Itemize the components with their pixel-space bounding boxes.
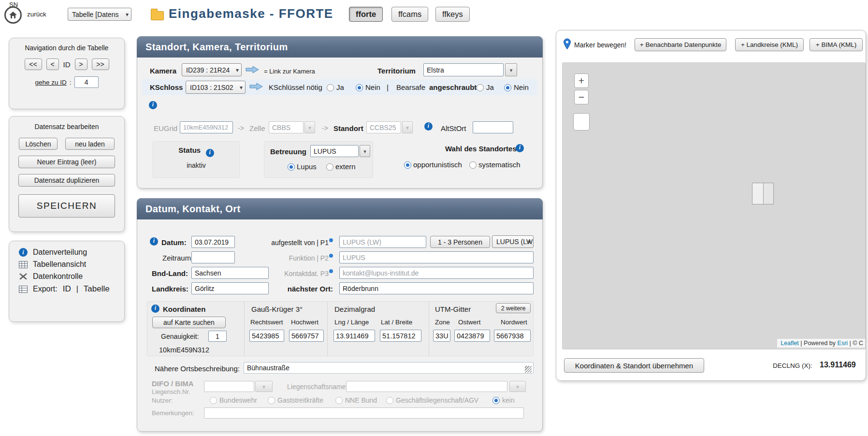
- last-record-button[interactable]: >>: [92, 58, 109, 70]
- liegensch-dropdown-button[interactable]: [255, 381, 273, 392]
- apply-coordinates-button[interactable]: Koordinaten & Standort übernehmen: [564, 358, 704, 373]
- neighbors-button[interactable]: + Benachbarte Datenpunkte: [635, 38, 726, 51]
- first-record-button[interactable]: <<: [25, 58, 42, 70]
- reload-button[interactable]: neu laden: [65, 138, 115, 150]
- altstort-input[interactable]: [473, 121, 513, 133]
- p1-input[interactable]: [339, 236, 426, 248]
- zelle-dropdown-button[interactable]: [304, 121, 315, 133]
- export-table-link[interactable]: Tabelle: [84, 284, 110, 294]
- tab-ffcams[interactable]: ffcams: [391, 7, 428, 22]
- personen-button[interactable]: 1 - 3 Personen: [430, 236, 490, 248]
- territorium-input[interactable]: [423, 63, 504, 76]
- info-icon[interactable]: [516, 144, 524, 152]
- genauigkeit-input[interactable]: [208, 331, 227, 342]
- arrow-text: ->: [238, 124, 244, 132]
- nutzer-bundeswehr-radio[interactable]: [210, 397, 217, 404]
- nutzer-gaststreitkraefte-radio[interactable]: [268, 397, 275, 404]
- bndland-input[interactable]: [191, 267, 269, 279]
- lng-input[interactable]: [333, 330, 375, 342]
- save-button[interactable]: SPEICHERN: [18, 194, 115, 218]
- resize-grip-icon[interactable]: [525, 366, 532, 373]
- info-icon[interactable]: [424, 122, 433, 131]
- utm-block: UTM-Gitter 2 weitere Zone Ostwert Nordwe…: [429, 302, 534, 357]
- goto-id-input[interactable]: [74, 76, 99, 88]
- tab-ffkeys[interactable]: ffkeys: [435, 7, 470, 22]
- lat-input[interactable]: [380, 330, 421, 342]
- zoom-in-button[interactable]: +: [574, 73, 589, 88]
- liegensch-input[interactable]: [204, 381, 254, 392]
- folder-icon: [151, 11, 164, 20]
- nutzer-kein-radio[interactable]: [492, 397, 500, 404]
- zelle-input[interactable]: [269, 121, 304, 133]
- info-icon[interactable]: [206, 149, 214, 157]
- nordwert-input[interactable]: [494, 330, 531, 342]
- data-distribution-item[interactable]: Datenverteilung: [9, 241, 124, 257]
- nutzer-geschaeftsliegenschaft-radio[interactable]: [386, 397, 393, 404]
- liegenschaftsname-dropdown-button[interactable]: [509, 381, 526, 392]
- duplicate-button[interactable]: Datensatz duplizieren: [18, 174, 115, 187]
- map-canvas[interactable]: + − Leaflet | Powered by Esri | © C: [562, 62, 866, 349]
- table-view-label: Tabellenansicht: [33, 260, 86, 269]
- prev-record-button[interactable]: <: [46, 58, 59, 70]
- hochwert-input[interactable]: [289, 330, 324, 342]
- betreuung-extern-radio[interactable]: [326, 163, 333, 171]
- esri-link[interactable]: Esri: [838, 340, 848, 347]
- leaflet-link[interactable]: Leaflet: [781, 340, 799, 347]
- standort-input[interactable]: [366, 121, 401, 133]
- betreuung-dropdown-button[interactable]: [360, 145, 370, 157]
- zone-input[interactable]: [433, 330, 450, 342]
- bearsafe-nein-radio[interactable]: [504, 84, 511, 91]
- data-check-label: Datenkontrolle: [33, 272, 83, 281]
- rechtswert-input[interactable]: [249, 330, 284, 342]
- zeitraum-input[interactable]: [191, 251, 235, 263]
- nutzer-nne-bund-radio[interactable]: [335, 397, 343, 404]
- kschloss-select[interactable]: ID103 : 21S02: [186, 81, 246, 94]
- kschluessel-nein-radio[interactable]: [356, 84, 363, 91]
- map-search-button[interactable]: auf Karte suchen: [152, 317, 226, 328]
- p3-input[interactable]: [339, 267, 534, 279]
- bemerkungen-input[interactable]: [204, 407, 524, 419]
- ostwert-input[interactable]: [454, 330, 490, 342]
- record-edit-panel: Datensatz bearbeiten Löschen neu laden N…: [9, 116, 125, 232]
- betreuung-lupus-radio[interactable]: [288, 163, 295, 171]
- betreuung-input[interactable]: [310, 145, 359, 157]
- ostwert-label: Ostwert: [458, 319, 481, 326]
- zoom-out-button[interactable]: −: [574, 90, 589, 104]
- kamera-select[interactable]: ID239 : 21R24: [182, 63, 242, 76]
- delete-button[interactable]: Löschen: [19, 138, 58, 150]
- ortsbeschreibung-input[interactable]: [244, 362, 534, 374]
- liegenschaftsname-input[interactable]: [346, 381, 507, 392]
- wahl-opportunistisch-radio[interactable]: [404, 161, 411, 169]
- export-id-link[interactable]: ID: [63, 284, 71, 294]
- eugrid-input[interactable]: [180, 121, 233, 133]
- standort-dropdown-button[interactable]: [402, 121, 413, 133]
- info-icon[interactable]: [149, 101, 157, 109]
- more-coords-button[interactable]: 2 weitere: [496, 303, 531, 313]
- new-entry-button[interactable]: Neuer Eintrag (leer): [18, 156, 115, 168]
- nordwert-label: Nordwert: [501, 319, 527, 326]
- goto-id-link[interactable]: gehe zu ID: [35, 79, 66, 86]
- landkreise-kml-button[interactable]: + Landkreise (KML): [735, 38, 804, 51]
- table-select[interactable]: Tabelle [Datens: [68, 8, 131, 21]
- back-link[interactable]: zurück: [27, 11, 46, 18]
- datum-input[interactable]: [191, 236, 235, 248]
- next-record-button[interactable]: >: [75, 58, 87, 70]
- ort-input[interactable]: [339, 282, 534, 294]
- bearsafe-ja-radio[interactable]: [477, 84, 484, 91]
- table-view-item[interactable]: Tabellenansicht: [9, 257, 124, 269]
- wahl-systematisch-radio[interactable]: [469, 161, 477, 169]
- home-icon: [9, 11, 17, 19]
- map-tool-button[interactable]: [573, 113, 590, 131]
- landkreis-input[interactable]: [191, 282, 269, 294]
- info-icon[interactable]: [150, 237, 158, 246]
- bima-kml-button[interactable]: + BIMA (KML): [810, 38, 863, 51]
- kschluessel-ja-radio[interactable]: [327, 84, 334, 91]
- info-icon[interactable]: [151, 305, 159, 313]
- tab-fforte[interactable]: fforte: [349, 7, 383, 22]
- p2-input[interactable]: [339, 251, 534, 263]
- home-button[interactable]: [4, 6, 22, 24]
- territorium-dropdown-button[interactable]: [505, 63, 517, 76]
- koordinaten-label: Koordinaten: [163, 305, 205, 313]
- data-check-item[interactable]: Datenkontrolle: [9, 269, 124, 281]
- p1-select[interactable]: LUPUS (LW: [492, 235, 534, 248]
